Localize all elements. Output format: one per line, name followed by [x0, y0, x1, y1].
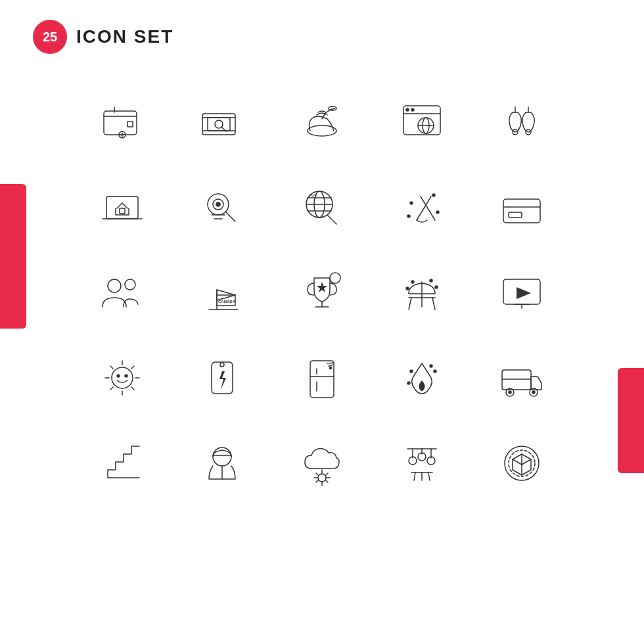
svg-rect-25	[106, 196, 138, 219]
svg-line-130	[513, 459, 522, 465]
svg-line-82	[110, 387, 113, 390]
svg-line-124	[428, 472, 430, 480]
umbrella-table-icon	[372, 250, 472, 335]
earrings-icon	[472, 79, 572, 164]
svg-point-94	[410, 370, 413, 373]
svg-point-16	[406, 108, 409, 111]
red-left-decoration	[0, 184, 26, 329]
delivery-van-icon	[472, 335, 572, 421]
svg-rect-7	[208, 118, 230, 131]
svg-line-64	[409, 298, 411, 310]
smart-fridge-icon	[272, 335, 372, 421]
svg-point-69	[435, 286, 438, 288]
svg-rect-47	[503, 199, 540, 223]
svg-point-45	[436, 211, 439, 214]
svg-line-123	[414, 472, 415, 480]
svg-line-79	[110, 366, 113, 369]
svg-line-131	[522, 459, 531, 465]
sun-face-icon	[72, 335, 172, 421]
svg-line-39	[327, 215, 336, 224]
badge-number: 25	[33, 20, 67, 54]
svg-point-68	[406, 287, 409, 290]
money-search-icon	[172, 79, 272, 164]
web-globe-icon	[372, 79, 472, 164]
page-title: ICON SET	[76, 26, 173, 47]
fire-drop-icon	[372, 335, 472, 421]
svg-marker-86	[219, 371, 226, 390]
svg-rect-27	[120, 208, 125, 214]
svg-line-114	[316, 480, 318, 482]
svg-line-81	[131, 366, 134, 369]
svg-point-44	[432, 194, 435, 196]
canada-sign-icon: CANADA	[172, 250, 272, 335]
svg-line-111	[316, 473, 318, 475]
svg-marker-59	[317, 282, 327, 292]
svg-point-66	[411, 281, 414, 283]
captain-person-icon	[172, 421, 272, 506]
svg-text:www: www	[308, 193, 318, 197]
svg-point-43	[410, 202, 413, 204]
icons-grid: www	[72, 79, 572, 506]
svg-marker-73	[517, 287, 531, 299]
svg-point-30	[216, 202, 220, 206]
svg-rect-0	[104, 111, 137, 135]
laptop-home-icon	[72, 164, 172, 250]
svg-point-46	[407, 215, 410, 218]
cloud-settings-icon	[272, 421, 372, 506]
svg-line-80	[131, 387, 134, 390]
svg-line-65	[432, 298, 435, 310]
credit-card-icon	[472, 164, 572, 250]
magnify-target-icon	[172, 164, 272, 250]
svg-point-91	[330, 367, 332, 369]
svg-point-100	[509, 391, 511, 394]
svg-line-113	[326, 473, 328, 475]
svg-point-50	[108, 279, 121, 292]
svg-point-93	[434, 370, 436, 373]
red-right-decoration	[618, 368, 644, 473]
svg-point-17	[411, 108, 414, 111]
svg-line-112	[326, 480, 328, 482]
svg-point-84	[125, 375, 127, 377]
svg-point-67	[430, 279, 432, 282]
svg-line-41	[417, 196, 431, 220]
header: 25 ICON SET	[33, 20, 173, 54]
mortar-pestle-icon	[272, 79, 372, 164]
svg-rect-96	[502, 370, 531, 390]
svg-point-74	[112, 367, 133, 388]
lightning-tag-icon	[172, 335, 272, 421]
svg-marker-61	[331, 275, 339, 282]
svg-point-106	[318, 474, 326, 482]
svg-point-51	[125, 279, 135, 290]
stairs-icon	[72, 421, 172, 506]
hanging-lamps-icon	[372, 421, 472, 506]
3d-cube-circle-icon	[472, 421, 572, 506]
svg-line-42	[421, 196, 435, 220]
video-screen-icon	[472, 250, 572, 335]
www-search-icon: www	[272, 164, 372, 250]
svg-point-85	[220, 363, 224, 367]
svg-line-31	[226, 212, 235, 221]
svg-point-95	[407, 382, 410, 384]
svg-point-101	[532, 391, 535, 394]
group-users-icon	[72, 250, 172, 335]
svg-point-83	[117, 375, 120, 377]
svg-point-92	[430, 365, 432, 367]
svg-text:CANADA: CANADA	[218, 300, 236, 304]
trophy-star-icon	[272, 250, 372, 335]
candy-stick-icon	[372, 164, 472, 250]
svg-rect-49	[509, 212, 522, 218]
wallet-add-icon	[72, 79, 172, 164]
